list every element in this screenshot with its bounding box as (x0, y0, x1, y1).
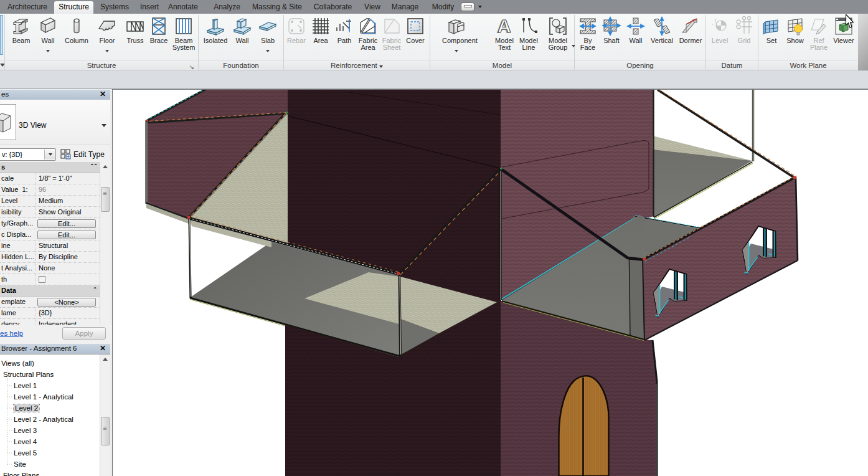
svg-text:A: A (498, 16, 511, 36)
